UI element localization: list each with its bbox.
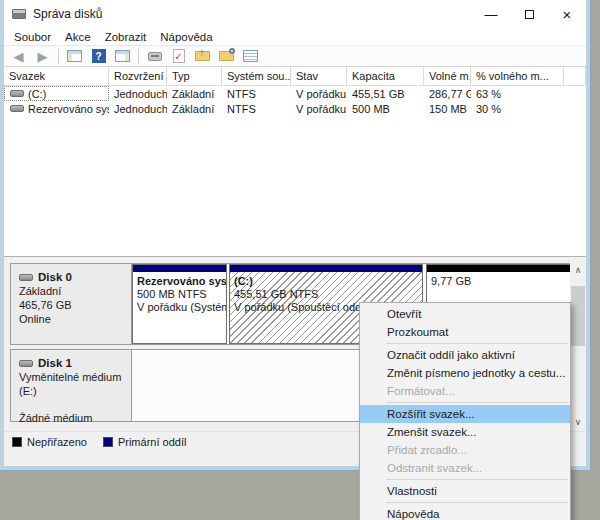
forward-icon[interactable]: ▶ xyxy=(34,48,51,65)
menu-zobrazit[interactable]: Zobrazit xyxy=(98,28,154,45)
menu-bar: Soubor Akce Zobrazit Nápověda xyxy=(4,28,586,45)
window-controls: — × xyxy=(472,0,586,28)
col-rozvrzeni[interactable]: Rozvržení xyxy=(109,67,167,85)
maximize-icon xyxy=(525,10,534,19)
toolbar-separator xyxy=(138,49,139,64)
toolbar: ◀ ▶ ? ✓ ↑ xyxy=(4,45,586,67)
action-pane-icon[interactable] xyxy=(114,48,131,65)
close-button[interactable]: × xyxy=(548,0,586,28)
disk-icon xyxy=(19,274,33,281)
menu-item-zmensit-svazek[interactable]: Zmenšit svazek... xyxy=(360,423,570,441)
window-title: Správa disků xyxy=(33,7,102,21)
folder-up-icon[interactable]: ↑ xyxy=(194,48,211,65)
disk-0-size: 465,76 GB xyxy=(19,298,131,312)
volume-list-pane: Svazek Rozvržení Typ Systém sou... Stav … xyxy=(4,67,586,257)
col-system[interactable]: Systém sou... xyxy=(222,67,291,85)
menu-item-zmenit-pismeno[interactable]: Změnit písmeno jednotky a cestu... xyxy=(360,364,570,382)
menu-item-prozkoumat[interactable]: Prozkoumat xyxy=(360,323,570,341)
partition-system-reserved[interactable]: Rezervováno systém 500 MB NTFS V pořádku… xyxy=(132,264,227,344)
volume-name: Rezervováno systé... xyxy=(28,103,109,115)
app-icon xyxy=(12,9,26,19)
volume-name: (C:) xyxy=(28,88,46,100)
menu-item-otevrit[interactable]: Otevřít xyxy=(360,305,570,323)
minimize-button[interactable]: — xyxy=(472,0,510,28)
partition-color-bar xyxy=(133,265,226,272)
scroll-thumb[interactable] xyxy=(571,286,585,346)
volume-icon xyxy=(10,90,24,97)
disk-0-status: Online xyxy=(19,312,131,326)
menu-napoveda[interactable]: Nápověda xyxy=(153,28,219,45)
menu-separator xyxy=(386,402,568,403)
back-icon[interactable]: ◀ xyxy=(10,48,27,65)
titlebar: Správa disků — × xyxy=(4,0,586,28)
folder-search-icon[interactable] xyxy=(218,48,235,65)
volume-row-reserved[interactable]: Rezervováno systé... Jednoduchý Základní… xyxy=(4,101,586,116)
col-volne[interactable]: Volné m... xyxy=(424,67,471,85)
legend-primary-partition: Primární oddíl xyxy=(103,436,186,448)
volume-icon xyxy=(10,105,24,112)
disk-0-header[interactable]: Disk 0 Základní 465,76 GB Online xyxy=(10,263,132,345)
desktop: Správa disků — × Soubor Akce Zobrazit Ná… xyxy=(0,0,600,520)
col-filler xyxy=(564,67,586,85)
scroll-up-icon[interactable]: ∧ xyxy=(570,263,586,277)
context-menu: Otevřít Prozkoumat Označit oddíl jako ak… xyxy=(359,302,571,520)
volume-row-c[interactable]: (C:) Jednoduchý Základní NTFS V pořádku.… xyxy=(4,86,586,101)
col-stav[interactable]: Stav xyxy=(291,67,347,85)
menu-akce[interactable]: Akce xyxy=(58,28,98,45)
scroll-down-icon[interactable]: ∨ xyxy=(570,415,586,429)
disk-1-header[interactable]: Disk 1 Vyměnitelné médium (E:) Žádné méd… xyxy=(10,349,132,422)
volume-list-header: Svazek Rozvržení Typ Systém sou... Stav … xyxy=(4,67,586,86)
properties-icon[interactable] xyxy=(242,48,259,65)
menu-soubor[interactable]: Soubor xyxy=(7,28,58,45)
disk-icon xyxy=(19,360,33,367)
partition-color-bar xyxy=(230,265,422,272)
col-kapacita[interactable]: Kapacita xyxy=(347,67,424,85)
wrench-icon[interactable] xyxy=(146,48,163,65)
menu-item-odstranit-svazek: Odstranit svazek... xyxy=(360,459,570,477)
col-typ[interactable]: Typ xyxy=(167,67,222,85)
unallocated-swatch xyxy=(12,437,22,447)
col-procento[interactable]: % volného m... xyxy=(471,67,564,85)
disk-1-type: Vyměnitelné médium (E:) xyxy=(19,370,131,398)
menu-separator xyxy=(386,343,568,344)
legend-unallocated: Nepřiřazeno xyxy=(12,436,87,448)
menu-item-vlastnosti[interactable]: Vlastnosti xyxy=(360,482,570,500)
vertical-scrollbar: ∧ ∨ xyxy=(570,263,586,429)
menu-item-rozsirit-svazek[interactable]: Rozšířit svazek... xyxy=(360,405,570,423)
menu-item-formatovat: Formátovat... xyxy=(360,382,570,400)
col-svazek[interactable]: Svazek xyxy=(4,67,109,85)
menu-item-pridat-zrcadlo: Přidat zrcadlo... xyxy=(360,441,570,459)
menu-item-napoveda[interactable]: Nápověda xyxy=(360,505,570,520)
toolbar-separator xyxy=(58,49,59,64)
help-icon[interactable]: ? xyxy=(90,48,107,65)
console-tree-icon[interactable] xyxy=(66,48,83,65)
menu-separator xyxy=(386,502,568,503)
menu-separator xyxy=(386,479,568,480)
primary-partition-swatch xyxy=(103,437,113,447)
maximize-button[interactable] xyxy=(510,0,548,28)
checklist-icon[interactable]: ✓ xyxy=(170,48,187,65)
disk-1-status: Žádné médium xyxy=(19,411,131,425)
menu-item-oznacit-aktivni[interactable]: Označit oddíl jako aktivní xyxy=(360,346,570,364)
partition-color-bar xyxy=(427,265,571,272)
disk-0-type: Základní xyxy=(19,284,131,298)
